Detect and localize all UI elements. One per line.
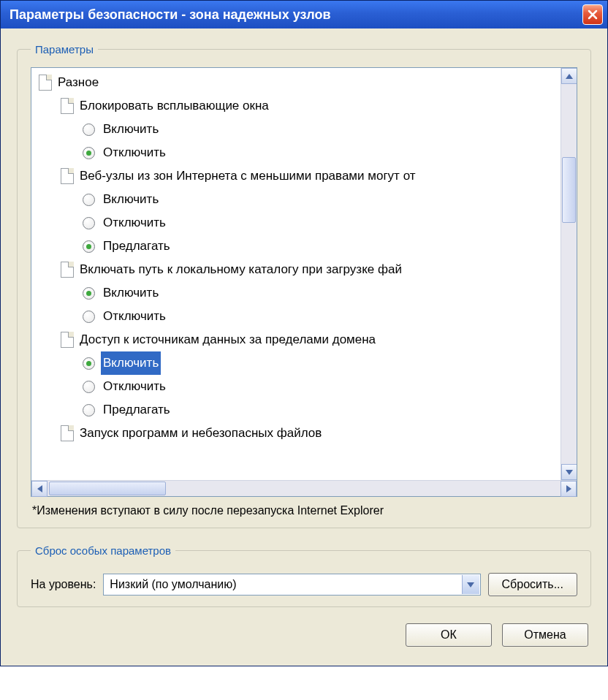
radio-icon[interactable] [83,311,95,323]
tree-option-label: Включить [101,188,161,211]
dialog-window: Параметры безопасности - зона надежных у… [0,0,608,666]
tree-category-label: Доступ к источникам данных за пределами … [80,328,376,351]
reset-row: На уровень: Низкий (по умолчанию) Сброси… [31,573,577,596]
tree-category-label: Блокировать всплывающие окна [80,94,269,118]
chevron-up-icon [566,74,573,79]
tree-category[interactable]: Блокировать всплывающие окна [36,94,560,118]
radio-icon[interactable] [83,123,95,136]
tree-option-label: Отключить [101,211,168,235]
scroll-right-button[interactable] [560,481,577,497]
tree-option-label: Отключить [101,305,168,328]
window-title: Параметры безопасности - зона надежных у… [10,7,330,23]
tree-category[interactable]: Веб-узлы из зон Интернета с меньшими пра… [36,164,560,188]
reset-button[interactable]: Сбросить... [488,573,577,596]
level-select[interactable]: Низкий (по умолчанию) [103,574,480,596]
tree-option-label: Предлагать [101,235,172,258]
tree-scrollarea: РазноеБлокировать всплывающие окнаВключи… [31,68,577,480]
radio-icon[interactable] [83,217,95,229]
tree-option-label: Включить [101,118,161,141]
tree-category-label: Веб-узлы из зон Интернета с меньшими пра… [80,164,416,188]
radio-icon[interactable] [83,357,95,370]
client-area: Параметры РазноеБлокировать всплывающие … [1,28,607,666]
radio-icon[interactable] [83,240,95,253]
parameters-group: Параметры РазноеБлокировать всплывающие … [17,43,591,528]
settings-tree[interactable]: РазноеБлокировать всплывающие окнаВключи… [31,68,560,480]
tree-option[interactable]: Отключить [36,305,560,328]
titlebar[interactable]: Параметры безопасности - зона надежных у… [1,1,607,28]
page-icon [61,425,74,441]
horizontal-scrollbar[interactable] [31,480,577,496]
tree-option[interactable]: Отключить [36,211,560,235]
tree-option[interactable]: Предлагать [36,235,560,258]
radio-icon[interactable] [83,147,95,159]
page-icon [61,168,74,184]
scroll-up-button[interactable] [561,68,577,84]
chevron-right-icon [566,485,571,492]
radio-icon[interactable] [83,404,95,416]
cancel-button[interactable]: Отмена [502,623,588,647]
tree-option[interactable]: Включить [36,118,560,141]
chevron-down-icon [467,582,474,587]
radio-icon[interactable] [83,287,95,300]
tree-option[interactable]: Отключить [36,375,560,398]
level-select-value: Низкий (по умолчанию) [110,578,236,591]
page-icon [61,332,74,348]
ok-button[interactable]: ОК [406,623,492,647]
tree-category[interactable]: Включать путь к локальному каталогу при … [36,258,560,281]
settings-tree-container: РазноеБлокировать всплывающие окнаВключи… [31,67,577,497]
reset-legend: Сброс особых параметров [31,544,175,557]
level-select-button[interactable] [462,575,479,594]
scroll-down-button[interactable] [561,464,577,480]
vscroll-track[interactable] [561,84,577,464]
tree-option[interactable]: Предлагать [36,398,560,422]
tree-category[interactable]: Запуск программ и небезопасных файлов [36,422,560,445]
page-icon [39,75,52,91]
reset-group: Сброс особых параметров На уровень: Низк… [17,544,591,607]
chevron-down-icon [566,470,573,475]
level-label: На уровень: [31,578,96,591]
radio-icon[interactable] [83,194,95,206]
tree-option[interactable]: Включить [36,351,560,375]
chevron-left-icon [37,485,42,492]
scroll-left-button[interactable] [31,481,48,497]
dialog-footer: ОК Отмена [17,623,591,650]
vertical-scrollbar[interactable] [560,68,577,480]
page-icon [61,262,74,278]
tree-category[interactable]: Разное [36,71,560,94]
parameters-legend: Параметры [31,43,98,56]
tree-option-label: Отключить [101,375,168,398]
tree-option-label: Включить [101,351,161,375]
close-icon [587,9,598,20]
restart-note: *Изменения вступают в силу после перезап… [32,504,577,517]
hscroll-track[interactable] [48,481,560,496]
tree-category-label: Запуск программ и небезопасных файлов [80,422,322,445]
hscroll-thumb[interactable] [49,482,166,495]
tree-category-label: Включать путь к локальному каталогу при … [80,258,402,281]
tree-option[interactable]: Включить [36,188,560,211]
tree-option-label: Включить [101,281,161,305]
tree-option-label: Отключить [101,141,168,164]
tree-category-label: Разное [58,71,99,94]
page-icon [61,98,74,114]
vscroll-thumb[interactable] [562,157,576,223]
tree-category[interactable]: Доступ к источникам данных за пределами … [36,328,560,351]
tree-option-label: Предлагать [101,398,172,422]
tree-option[interactable]: Отключить [36,141,560,164]
close-button[interactable] [582,4,603,25]
radio-icon[interactable] [83,381,95,393]
tree-option[interactable]: Включить [36,281,560,305]
